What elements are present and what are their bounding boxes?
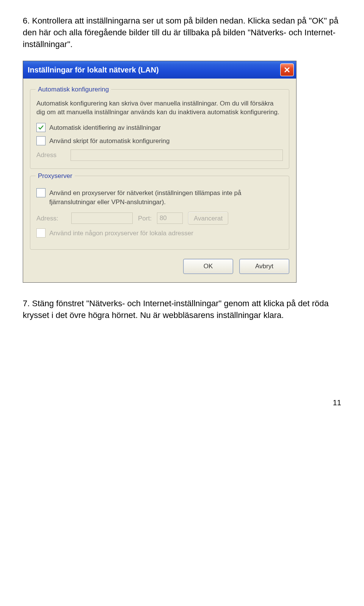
checkbox-use-proxy-label: Använd en proxyserver för nätverket (ins… [49, 189, 283, 207]
proxy-address-label: Adress: [36, 214, 66, 223]
dialog-titlebar: Inställningar för lokalt nätverk (LAN) [23, 61, 296, 79]
dialog-title: Inställningar för lokalt nätverk (LAN) [28, 65, 159, 75]
dialog-close-button[interactable] [280, 63, 294, 76]
dialog-button-bar: OK Avbryt [30, 257, 289, 275]
checkbox-row-use-script[interactable]: Använd skript för automatisk konfigureri… [36, 136, 283, 146]
checkbox-auto-detect-label: Automatisk identifiering av inställninga… [49, 123, 161, 132]
checkbox-row-bypass-local: Använd inte någon proxyserver för lokala… [36, 228, 283, 238]
checkbox-use-script-label: Använd skript för automatisk konfigureri… [49, 137, 170, 146]
checkbox-use-proxy[interactable] [36, 188, 46, 197]
group-auto-config-title: Automatisk konfigurering [36, 85, 111, 94]
checkbox-auto-detect[interactable] [36, 123, 46, 132]
ok-button[interactable]: OK [183, 259, 233, 274]
proxy-port-input: 80 [157, 212, 183, 224]
proxy-port-label: Port: [138, 214, 152, 223]
checkbox-row-use-proxy[interactable]: Använd en proxyserver för nätverket (ins… [36, 188, 283, 207]
page-number: 11 [23, 397, 341, 408]
group-proxy: Proxyserver Använd en proxyserver för nä… [30, 176, 289, 250]
proxy-address-input [71, 212, 133, 224]
lan-settings-dialog: Inställningar för lokalt nätverk (LAN) A… [23, 61, 297, 283]
step-6-text: 6. Kontrollera att inställningarna ser u… [23, 15, 341, 50]
checkbox-use-script[interactable] [36, 136, 46, 145]
checkbox-bypass-local [36, 228, 46, 238]
script-address-label: Adress [36, 151, 71, 160]
proxy-address-row: Adress: Port: 80 Avancerat [36, 212, 283, 225]
cancel-button[interactable]: Avbryt [239, 259, 289, 274]
advanced-button: Avancerat [188, 212, 228, 225]
checkbox-row-auto-detect[interactable]: Automatisk identifiering av inställninga… [36, 123, 283, 132]
script-address-input [71, 150, 283, 161]
checkbox-bypass-local-label: Använd inte någon proxyserver för lokala… [49, 229, 193, 238]
close-icon [284, 67, 290, 73]
auto-config-desc: Automatisk konfigurering kan skriva över… [36, 99, 283, 117]
group-auto-config: Automatisk konfigurering Automatisk konf… [30, 89, 289, 168]
group-proxy-title: Proxyserver [36, 172, 75, 181]
script-address-row: Adress [36, 150, 283, 161]
checkmark-icon [38, 124, 44, 131]
step-7-text: 7. Stäng fönstret "Nätverks- och Interne… [23, 298, 341, 321]
dialog-body: Automatisk konfigurering Automatisk konf… [23, 79, 296, 282]
